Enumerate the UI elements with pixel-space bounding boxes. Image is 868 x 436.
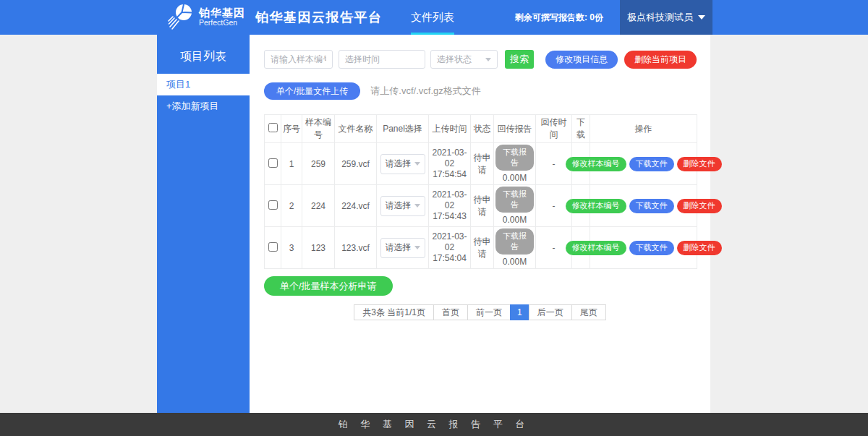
cell-file-name: 123.vcf [335, 227, 377, 269]
select-all-cell [265, 115, 281, 143]
cell-status: 待申请 [471, 185, 494, 227]
report-size: 0.00M [495, 215, 534, 225]
project-sidebar: 项目列表 项目1 +添加新项目 [157, 35, 250, 413]
row-checkbox[interactable] [268, 200, 278, 210]
table-row: 3 123 123.vcf 请选择 2021-03-02 17:54:04 待申… [265, 227, 697, 269]
row-actions: 修改样本编号 下载文件 删除文件 [592, 157, 695, 171]
cell-report: 下载报告 0.00M [494, 185, 536, 227]
cell-status: 待申请 [471, 143, 494, 185]
row-checkbox[interactable] [268, 158, 278, 168]
cell-file-name: 259.vcf [335, 143, 377, 185]
panel-select-value: 请选择 [386, 241, 412, 254]
search-button[interactable]: 搜索 [505, 50, 534, 69]
table-row: 1 259 259.vcf 请选择 2021-03-02 17:54:54 待申… [265, 143, 697, 185]
cell-upload-time: 2021-03-02 17:54:04 [429, 227, 471, 269]
cell-sample-id: 259 [302, 143, 335, 185]
upload-format-hint: 请上传.vcf/.vcf.gz格式文件 [370, 85, 480, 98]
time-input[interactable] [339, 50, 425, 69]
cell-upload-time: 2021-03-02 17:54:54 [429, 143, 471, 185]
panel-select[interactable]: 请选择 [380, 238, 425, 258]
upload-files-button[interactable]: 单个/批量文件上传 [264, 82, 360, 100]
download-file-button[interactable]: 下载文件 [629, 199, 674, 213]
edit-sample-button[interactable]: 修改样本编号 [566, 199, 626, 213]
download-report-button[interactable]: 下载报告 [495, 228, 534, 255]
search-toolbar: 选择状态 搜索 修改项目信息 删除当前项目 [264, 50, 697, 69]
edit-sample-button[interactable]: 修改样本编号 [566, 241, 626, 255]
cell-report: 下载报告 0.00M [494, 143, 536, 185]
pagination-next[interactable]: 后一页 [529, 304, 572, 320]
panel-select[interactable]: 请选择 [380, 196, 425, 216]
brand-logo: 铂华基因 PerfectGen [168, 2, 245, 33]
cell-index: 2 [281, 185, 302, 227]
download-file-button[interactable]: 下载文件 [629, 157, 674, 171]
chevron-down-icon [485, 58, 491, 61]
cell-sample-id: 224 [302, 185, 335, 227]
chevron-down-icon [414, 162, 420, 166]
cell-upload-time: 2021-03-02 17:54:43 [429, 185, 471, 227]
report-quota-text: 剩余可撰写报告数: 0份 [515, 0, 603, 35]
chevron-down-icon [414, 246, 420, 249]
pagination-summary: 共3条 当前1/1页 [354, 304, 434, 320]
cell-index: 3 [281, 227, 302, 269]
brand-name-cn: 铂华基因 [199, 7, 245, 20]
page-footer: 铂 华 基 因 云 报 告 平 台 [0, 413, 868, 436]
download-report-button[interactable]: 下载报告 [495, 187, 534, 213]
table-header-row: 序号 样本编号 文件名称 Panel选择 上传时间 状态 回传报告 回传时间 下… [265, 115, 697, 143]
footer-text: 铂 华 基 因 云 报 告 平 台 [339, 418, 530, 431]
panel-select-value: 请选择 [386, 158, 412, 170]
edit-project-button[interactable]: 修改项目信息 [545, 51, 618, 69]
sidebar-title: 项目列表 [157, 35, 250, 74]
files-table: 序号 样本编号 文件名称 Panel选择 上传时间 状态 回传报告 回传时间 下… [264, 114, 697, 269]
user-name: 极点科技测试员 [627, 11, 693, 24]
sidebar-item-add-project[interactable]: +添加新项目 [157, 95, 250, 117]
panel-select[interactable]: 请选择 [380, 154, 425, 174]
analysis-request-button[interactable]: 单个/批量样本分析申请 [264, 276, 393, 296]
user-menu[interactable]: 极点科技测试员 [620, 0, 712, 35]
left-gutter [0, 35, 157, 413]
row-actions: 修改样本编号 下载文件 删除文件 [592, 241, 695, 255]
cell-report: 下载报告 0.00M [494, 227, 536, 269]
cell-sample-id: 123 [302, 227, 335, 269]
chevron-down-icon [698, 15, 705, 20]
upload-row: 单个/批量文件上传 请上传.vcf/.vcf.gz格式文件 [264, 82, 697, 100]
pagination-last[interactable]: 尾页 [571, 304, 606, 320]
brand-name-en: PerfectGen [199, 19, 245, 27]
cell-index: 1 [281, 143, 302, 185]
brand-text: 铂华基因 PerfectGen [199, 7, 245, 27]
col-upload-time: 上传时间 [429, 115, 471, 143]
download-file-button[interactable]: 下载文件 [629, 241, 674, 255]
sample-id-input[interactable] [264, 50, 333, 69]
cell-status: 待申请 [471, 227, 494, 269]
active-tab-underline [411, 33, 454, 35]
page-body: 项目列表 项目1 +添加新项目 选择状态 搜索 修改项目信息 删除当前项目 单个… [0, 35, 868, 413]
cell-file-name: 224.vcf [335, 185, 377, 227]
col-file-name: 文件名称 [335, 115, 377, 143]
report-size: 0.00M [495, 173, 534, 183]
edit-sample-button[interactable]: 修改样本编号 [566, 157, 626, 171]
panel-select-value: 请选择 [386, 200, 412, 212]
row-checkbox[interactable] [268, 242, 278, 252]
col-actions: 操作 [590, 115, 697, 143]
col-status: 状态 [471, 115, 494, 143]
col-report: 回传报告 [494, 115, 536, 143]
pagination-prev[interactable]: 前一页 [467, 304, 511, 320]
table-row: 2 224 224.vcf 请选择 2021-03-02 17:54:43 待申… [265, 185, 697, 227]
report-size: 0.00M [495, 257, 534, 267]
tab-file-list-label: 文件列表 [411, 11, 454, 25]
tab-file-list[interactable]: 文件列表 [409, 0, 456, 35]
col-sample-id: 样本编号 [302, 115, 335, 143]
row-actions: 修改样本编号 下载文件 删除文件 [592, 199, 695, 213]
sidebar-item-project-1[interactable]: 项目1 [157, 74, 250, 95]
pagination: 共3条 当前1/1页 首页 前一页 1 后一页 尾页 [264, 304, 697, 320]
select-all-checkbox[interactable] [268, 123, 278, 132]
chevron-down-icon [414, 204, 420, 208]
status-select-value: 选择状态 [437, 54, 472, 66]
download-report-button[interactable]: 下载报告 [495, 145, 534, 171]
perfectgen-logo-icon [168, 2, 194, 33]
status-select[interactable]: 选择状态 [430, 50, 498, 69]
pagination-page-1[interactable]: 1 [510, 304, 529, 320]
col-panel: Panel选择 [377, 115, 429, 143]
page-title: 铂华基因云报告平台 [255, 9, 383, 26]
pagination-first[interactable]: 首页 [433, 304, 468, 320]
delete-project-button[interactable]: 删除当前项目 [624, 51, 697, 69]
